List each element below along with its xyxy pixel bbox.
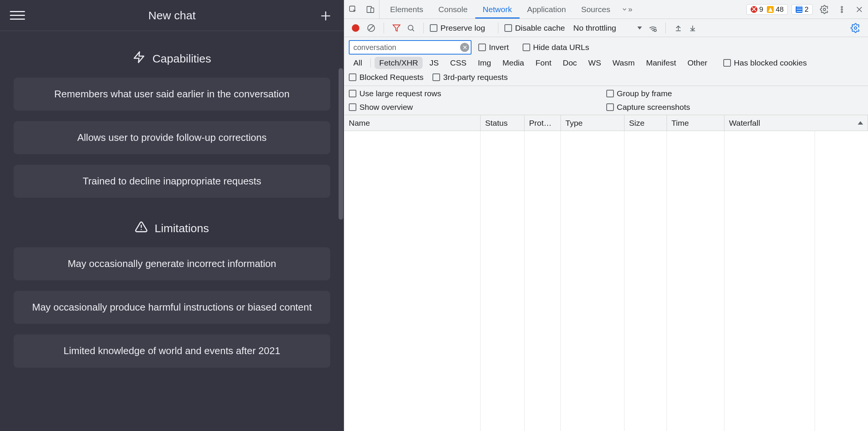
large-rows-checkbox[interactable]: Use large request rows xyxy=(349,89,599,98)
message-count: 2 xyxy=(804,5,809,14)
network-toolbar: Preserve log Disable cache No throttling xyxy=(344,19,868,37)
network-table-body xyxy=(344,131,868,431)
type-fetch-xhr[interactable]: Fetch/XHR xyxy=(375,57,423,69)
col-waterfall[interactable]: Waterfall xyxy=(724,115,868,131)
capabilities-heading: Capabilities xyxy=(14,51,330,66)
lightning-icon xyxy=(133,51,145,66)
disable-cache-checkbox[interactable]: Disable cache xyxy=(504,23,565,33)
type-wasm[interactable]: Wasm xyxy=(608,57,639,69)
blocked-cookies-checkbox[interactable]: Has blocked cookies xyxy=(723,58,807,67)
tab-sources[interactable]: Sources xyxy=(573,0,618,19)
filter-input[interactable] xyxy=(349,40,471,55)
new-chat-button[interactable] xyxy=(319,9,333,23)
capability-item[interactable]: Trained to decline inappropriate request… xyxy=(14,165,330,198)
svg-point-17 xyxy=(408,25,413,30)
inspect-element-icon[interactable] xyxy=(344,0,362,19)
upload-har-icon[interactable] xyxy=(672,22,685,34)
type-img[interactable]: Img xyxy=(473,57,496,69)
capture-screenshots-checkbox[interactable]: Capture screenshots xyxy=(606,103,857,112)
request-type-filters: All Fetch/XHR JS CSS Img Media Font Doc … xyxy=(344,55,868,73)
network-table-header: Name Status Prot… Type Size Time Waterfa… xyxy=(344,115,868,131)
chevron-down-icon xyxy=(637,27,642,30)
col-status[interactable]: Status xyxy=(481,115,525,131)
network-options: Use large request rows Group by frame Sh… xyxy=(344,86,868,115)
throttling-select[interactable]: No throttling xyxy=(573,23,642,33)
col-type[interactable]: Type xyxy=(561,115,624,131)
svg-marker-2 xyxy=(134,52,144,62)
close-devtools-icon[interactable] xyxy=(851,0,868,19)
show-overview-checkbox[interactable]: Show overview xyxy=(349,103,599,112)
settings-icon[interactable] xyxy=(816,0,833,19)
capability-item[interactable]: Remembers what user said earlier in the … xyxy=(14,78,330,111)
request-type-filters-2: Blocked Requests 3rd-party requests xyxy=(344,73,868,86)
type-all[interactable]: All xyxy=(349,57,367,69)
col-size[interactable]: Size xyxy=(624,115,667,131)
type-font[interactable]: Font xyxy=(531,57,556,69)
kebab-menu-icon[interactable] xyxy=(833,0,851,19)
tab-network[interactable]: Network xyxy=(475,0,520,19)
network-conditions-icon[interactable] xyxy=(646,22,659,34)
limitation-item[interactable]: Limited knowledge of world and events af… xyxy=(14,334,330,367)
type-media[interactable]: Media xyxy=(498,57,529,69)
type-other[interactable]: Other xyxy=(683,57,712,69)
tab-console[interactable]: Console xyxy=(431,0,475,19)
clear-icon[interactable] xyxy=(365,22,378,34)
tab-elements[interactable]: Elements xyxy=(382,0,431,19)
network-settings-icon[interactable] xyxy=(847,19,864,37)
blocked-requests-checkbox[interactable]: Blocked Requests xyxy=(349,73,423,82)
issues-badge[interactable]: ✕9 ▲48 xyxy=(746,4,788,15)
svg-point-22 xyxy=(854,27,857,29)
search-icon[interactable] xyxy=(404,22,417,34)
type-manifest[interactable]: Manifest xyxy=(642,57,681,69)
col-time[interactable]: Time xyxy=(667,115,724,131)
chat-scrollbar[interactable] xyxy=(337,0,343,431)
limitation-item[interactable]: May occasionally produce harmful instruc… xyxy=(14,291,330,324)
svg-point-9 xyxy=(841,6,843,8)
svg-point-8 xyxy=(823,8,826,11)
type-css[interactable]: CSS xyxy=(446,57,471,69)
preserve-log-checkbox[interactable]: Preserve log xyxy=(430,23,485,33)
capabilities-list: Remembers what user said earlier in the … xyxy=(14,78,330,198)
invert-checkbox[interactable]: Invert xyxy=(478,43,509,52)
chat-header: New chat xyxy=(0,0,344,31)
device-toolbar-icon[interactable] xyxy=(362,0,379,19)
messages-badge[interactable]: ☰2 xyxy=(792,4,813,15)
svg-rect-7 xyxy=(371,8,374,12)
filter-icon[interactable] xyxy=(390,22,403,34)
devtools-tabbar: Elements Console Network Application Sou… xyxy=(344,0,868,19)
svg-point-19 xyxy=(654,29,656,31)
limitations-heading: Limitations xyxy=(14,220,330,236)
type-doc[interactable]: Doc xyxy=(558,57,581,69)
group-by-frame-checkbox[interactable]: Group by frame xyxy=(606,89,857,98)
tab-application[interactable]: Application xyxy=(520,0,574,19)
filter-row: ✕ Invert Hide data URLs xyxy=(344,37,868,55)
col-name[interactable]: Name xyxy=(344,115,481,131)
col-protocol[interactable]: Prot… xyxy=(525,115,561,131)
devtools-pane: Elements Console Network Application Sou… xyxy=(344,0,868,431)
menu-icon[interactable] xyxy=(10,11,25,20)
chat-pane: New chat Capabilities Remembers what use… xyxy=(0,0,344,431)
svg-point-11 xyxy=(841,11,843,12)
svg-line-15 xyxy=(369,26,373,30)
chat-title: New chat xyxy=(148,9,195,22)
type-js[interactable]: JS xyxy=(425,57,443,69)
hide-data-urls-checkbox[interactable]: Hide data URLs xyxy=(523,43,589,52)
chat-body: Capabilities Remembers what user said ea… xyxy=(0,31,344,431)
record-button[interactable] xyxy=(352,24,359,32)
third-party-checkbox[interactable]: 3rd-party requests xyxy=(432,73,507,82)
type-ws[interactable]: WS xyxy=(584,57,606,69)
download-har-icon[interactable] xyxy=(686,22,699,34)
more-tabs-icon[interactable]: » xyxy=(618,0,635,19)
limitations-label: Limitations xyxy=(155,222,209,235)
sort-ascending-icon xyxy=(858,121,863,125)
svg-marker-16 xyxy=(393,25,400,31)
limitations-list: May occasionally generate incorrect info… xyxy=(14,247,330,367)
limitation-item[interactable]: May occasionally generate incorrect info… xyxy=(14,247,330,280)
clear-filter-icon[interactable]: ✕ xyxy=(460,43,469,52)
svg-line-18 xyxy=(412,29,414,31)
svg-point-10 xyxy=(841,9,843,10)
capabilities-label: Capabilities xyxy=(152,52,211,65)
warning-count: 48 xyxy=(776,5,784,14)
warning-icon xyxy=(135,220,148,236)
capability-item[interactable]: Allows user to provide follow-up correct… xyxy=(14,121,330,154)
